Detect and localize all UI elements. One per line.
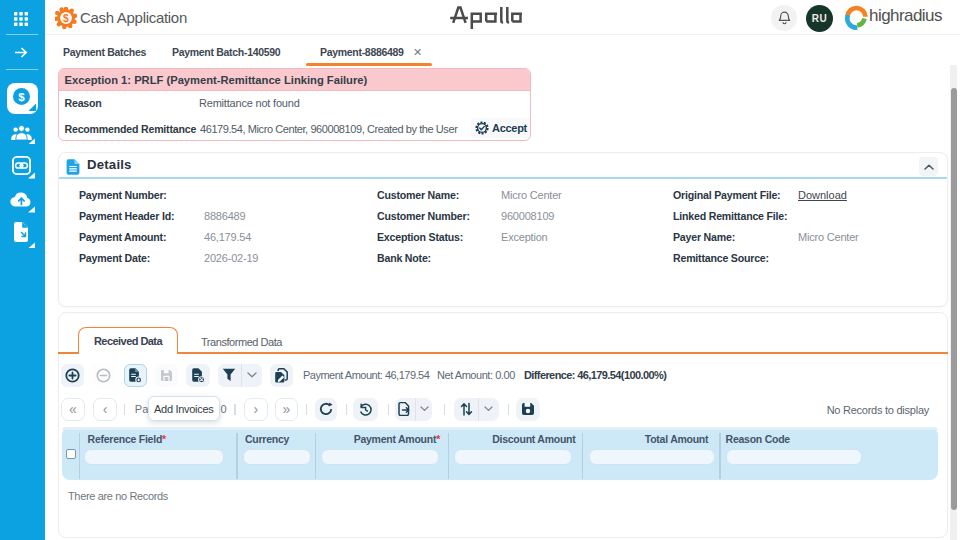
svg-text:$: $ (63, 12, 69, 24)
